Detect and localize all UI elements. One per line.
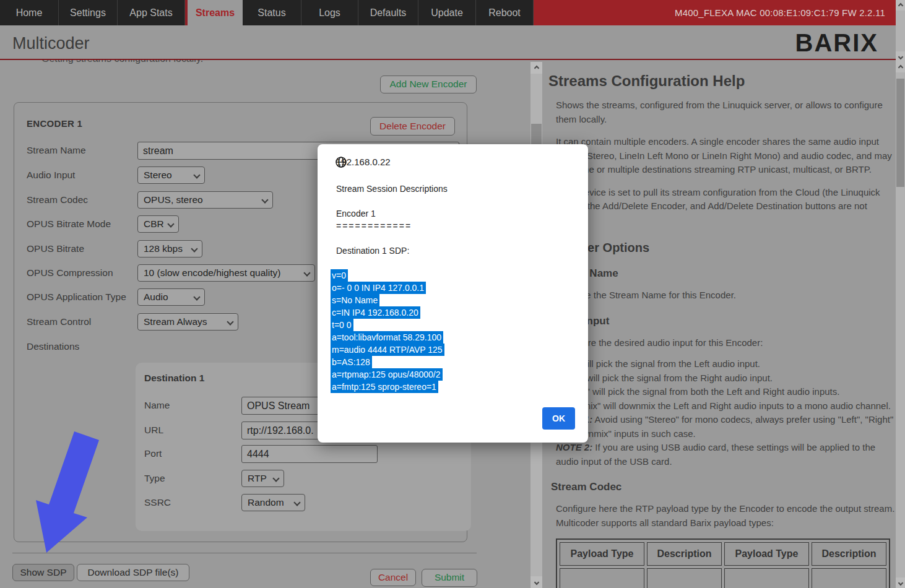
page: Getting streams configuration locally. H…	[0, 0, 905, 588]
cancel-button[interactable]: Cancel	[370, 569, 416, 586]
tab-settings[interactable]: Settings	[59, 0, 118, 25]
page-title: Multicoder	[12, 34, 90, 53]
stream-control-value: Stream Always	[144, 316, 207, 327]
scroll-down-icon[interactable]	[530, 576, 542, 588]
help-paragraph: Set here the Stream Name for this Encode…	[556, 288, 895, 303]
table-header: Payload Type	[724, 542, 809, 566]
tab-home[interactable]: Home	[0, 0, 59, 25]
help-scrollbar-thumb[interactable]	[896, 79, 904, 187]
help-paragraph: Shows the streams, configured from the L…	[556, 98, 895, 126]
chevron-down-icon	[193, 293, 200, 300]
top-frame-scrollbar[interactable]	[896, 0, 905, 62]
dest-port-input[interactable]	[241, 445, 378, 463]
tab-defaults[interactable]: Defaults	[358, 0, 418, 25]
help-heading-audio-input: Audio Input	[551, 315, 896, 327]
tab-status[interactable]: Status	[243, 0, 301, 25]
sdp-line: a=rtpmap:125 opus/48000/2	[331, 368, 443, 381]
dest-type-value: RTP	[248, 473, 267, 483]
tab-update[interactable]: Update	[418, 0, 476, 25]
dest-type-label: Type	[144, 473, 165, 484]
sdp-dialog: 192.168.0.22 Stream Session Descriptions…	[318, 144, 588, 443]
sdp-text: v=0 o=- 0 0 IN IP4 127.0.0.1 s=No Name c…	[331, 269, 444, 393]
payload-type-table: Payload Type Description Payload Type De…	[556, 538, 890, 588]
dialog-separator: ============	[336, 221, 412, 231]
table-cell	[812, 568, 886, 588]
bitrate-value: 128 kbps	[144, 243, 183, 254]
table-header: Description	[647, 542, 722, 566]
help-note-2: NOTE 2: If you are using USB audio card,…	[556, 441, 895, 469]
app-type-label: OPUS Application Type	[27, 292, 126, 303]
scroll-down-icon[interactable]	[896, 51, 905, 62]
chevron-down-icon	[272, 475, 279, 482]
ok-button[interactable]: OK	[542, 407, 575, 430]
sdp-line: c=IN IP4 192.168.0.20	[331, 306, 420, 319]
stream-codec-label: Stream Codec	[27, 194, 88, 205]
sdp-line: b=AS:128	[331, 356, 372, 368]
dialog-encoder-label: Encoder 1	[336, 209, 376, 218]
sdp-line: m=audio 4444 RTP/AVP 125	[331, 344, 444, 356]
device-info: M400_FLEXA MAC 00:08:E1:09:C1:79 FW 2.2.…	[534, 0, 905, 25]
barix-logo: BARIX	[795, 29, 878, 57]
sdp-line: t=0 0	[331, 319, 353, 331]
sdp-line: a=fmtp:125 sprop-stereo=1	[331, 381, 438, 393]
delete-encoder-button[interactable]: Delete Encoder	[370, 117, 455, 136]
add-new-encoder-button[interactable]: Add New Encoder	[380, 76, 477, 93]
tab-streams[interactable]: Streams	[185, 0, 243, 25]
scroll-up-icon[interactable]	[896, 0, 905, 11]
table-cell	[647, 568, 722, 588]
sdp-line: v=0	[331, 269, 348, 282]
dialog-title: Stream Session Descriptions	[336, 184, 448, 194]
dest-type-select[interactable]: RTP	[241, 470, 284, 487]
help-paragraph: If the device is set to pull its stream …	[556, 186, 895, 228]
chevron-down-icon	[167, 220, 174, 227]
bitrate-select[interactable]: 128 kbps	[137, 240, 202, 257]
help-paragraph: Configure the desired audio input for th…	[556, 336, 895, 350]
scroll-down-icon[interactable]	[896, 577, 905, 588]
dialog-origin: 192.168.0.22	[336, 157, 391, 167]
dialog-dest-label: Destination 1 SDP:	[336, 246, 409, 256]
show-sdp-button[interactable]: Show SDP	[12, 564, 74, 581]
chevron-down-icon	[193, 171, 200, 178]
download-sdp-button[interactable]: Download SDP file(s)	[77, 564, 189, 581]
chevron-down-icon	[261, 196, 268, 203]
app-type-select[interactable]: Audio	[137, 288, 205, 306]
table-cell	[724, 568, 809, 588]
chevron-down-icon	[293, 499, 300, 506]
chevron-down-icon	[227, 318, 233, 325]
scroll-up-icon[interactable]	[530, 62, 542, 74]
chevron-down-icon	[303, 269, 310, 276]
bitrate-label: OPUS Bitrate	[27, 243, 84, 254]
stream-codec-select[interactable]: OPUS, stereo	[137, 191, 273, 209]
compression-value: 10 (slow encode/highest quality)	[144, 267, 280, 278]
dest-ssrc-label: SSRC	[144, 497, 171, 508]
scroll-up-icon[interactable]	[896, 62, 905, 72]
audio-input-value: Stereo	[144, 170, 172, 180]
dest-ssrc-select[interactable]: Random	[241, 494, 305, 511]
help-heading-stream-codec: Stream Codec	[551, 481, 896, 493]
dest-ssrc-value: Random	[248, 497, 284, 508]
help-panel: Streams Configuration Help Shows the str…	[542, 60, 896, 588]
help-note-1: NOTE 1: Avoid using "Stereo" for mono co…	[556, 413, 895, 441]
submit-button[interactable]: Submit	[422, 569, 477, 587]
tab-app-stats[interactable]: App Stats	[118, 0, 185, 25]
sdp-line: o=- 0 0 IN IP4 127.0.0.1	[331, 282, 426, 294]
compression-label: OPUS Compression	[27, 267, 113, 279]
stream-control-select[interactable]: Stream Always	[137, 313, 238, 331]
bitrate-mode-value: CBR	[144, 218, 164, 229]
dest-url-label: URL	[144, 425, 163, 436]
help-line: "Downmix" will downmix the Left and Righ…	[556, 399, 895, 413]
stream-name-label: Stream Name	[27, 145, 86, 156]
table-cell	[560, 568, 644, 588]
help-scrollbar[interactable]	[896, 62, 905, 588]
tab-reboot[interactable]: Reboot	[476, 0, 534, 25]
audio-input-select[interactable]: Stereo	[137, 166, 205, 184]
bitrate-mode-select[interactable]: CBR	[137, 215, 179, 233]
app-type-value: Audio	[144, 292, 168, 302]
annotation-arrow-icon	[25, 421, 111, 563]
top-navbar: Home Settings App Stats Streams Status L…	[0, 0, 905, 25]
help-paragraph: Configure here the RTP payload type by t…	[556, 502, 895, 530]
compression-select[interactable]: 10 (slow encode/highest quality)	[137, 264, 315, 282]
table-header: Description	[812, 542, 886, 566]
bitrate-mode-label: OPUS Bitrate Mode	[27, 218, 111, 230]
tab-logs[interactable]: Logs	[301, 0, 358, 25]
